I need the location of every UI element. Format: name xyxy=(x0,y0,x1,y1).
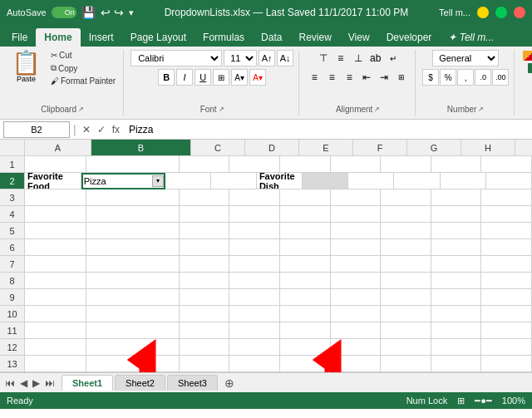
font-color-btn[interactable]: A▾ xyxy=(249,69,266,86)
cell-e2[interactable] xyxy=(303,173,348,189)
tab-home[interactable]: Home xyxy=(36,28,80,47)
percent-btn[interactable]: % xyxy=(440,69,456,86)
cell-a2[interactable]: Favorite Food xyxy=(25,173,81,189)
sheet-nav-prev[interactable]: ◀ xyxy=(18,377,29,389)
sheet-tab-1[interactable]: Sheet1 xyxy=(62,375,113,391)
underline-btn[interactable]: U xyxy=(195,69,211,86)
tab-review[interactable]: Review xyxy=(290,28,339,47)
tell-me[interactable]: Tell m... xyxy=(439,7,470,17)
font-expand-icon[interactable]: ↗ xyxy=(219,106,224,113)
currency-btn[interactable]: $ xyxy=(422,69,439,86)
title-bar-left: AutoSave On 💾 ↩ ↪ ▾ xyxy=(7,6,134,19)
col-header-c[interactable]: C xyxy=(191,140,245,156)
confirm-formula-btn[interactable]: ✓ xyxy=(95,124,108,135)
font-decrease-btn[interactable]: A↓ xyxy=(277,50,293,66)
cell-c2[interactable] xyxy=(165,173,211,189)
cell-g2[interactable] xyxy=(394,173,440,189)
cell-b1[interactable] xyxy=(86,156,179,173)
autosave-toggle[interactable]: On xyxy=(52,7,76,18)
format-painter-btn[interactable]: 🖌Format Painter xyxy=(48,76,118,86)
col-header-b[interactable]: B xyxy=(91,140,191,156)
cut-btn[interactable]: ✂Cut xyxy=(48,50,118,61)
align-center-btn[interactable]: ≡ xyxy=(323,69,340,86)
cell-i2[interactable] xyxy=(486,173,532,189)
font-size-select[interactable]: 11 xyxy=(224,50,257,66)
decrease-indent-btn[interactable]: ⇤ xyxy=(358,69,375,86)
col-header-e[interactable]: E xyxy=(299,140,353,156)
add-sheet-btn[interactable]: ⊕ xyxy=(219,375,239,391)
dropdown-arrow-b2[interactable]: ▾ xyxy=(152,175,164,187)
close-btn[interactable] xyxy=(514,7,525,18)
tab-file[interactable]: File xyxy=(3,28,36,47)
cell-d2[interactable] xyxy=(211,173,257,189)
copy-btn[interactable]: ⧉Copy xyxy=(48,62,118,74)
col-header-g[interactable]: G xyxy=(407,140,461,156)
fill-color-btn[interactable]: A▾ xyxy=(231,69,248,86)
maximize-btn[interactable] xyxy=(495,7,507,18)
cell-c1[interactable] xyxy=(180,156,230,173)
sheet-nav-last[interactable]: ⏭ xyxy=(43,377,57,389)
italic-btn[interactable]: I xyxy=(176,69,193,86)
cell-a1[interactable] xyxy=(25,156,86,173)
tab-data[interactable]: Data xyxy=(253,28,290,47)
decrease-decimal-btn[interactable]: .0 xyxy=(475,69,491,86)
align-middle-btn[interactable]: ≡ xyxy=(332,50,349,66)
col-header-d[interactable]: D xyxy=(245,140,299,156)
align-bottom-btn[interactable]: ⊥ xyxy=(350,50,367,66)
sheet-nav-first[interactable]: ⏮ xyxy=(3,377,17,389)
alignment-expand-icon[interactable]: ↗ xyxy=(374,106,380,113)
bold-btn[interactable]: B xyxy=(158,69,175,86)
table-row: 9 xyxy=(0,289,532,306)
tab-formulas[interactable]: Formulas xyxy=(195,28,253,47)
cancel-formula-btn[interactable]: ✕ xyxy=(80,124,93,135)
border-btn[interactable]: ⊞ xyxy=(213,69,229,86)
cell-f1[interactable] xyxy=(331,156,382,173)
number-expand-icon[interactable]: ↗ xyxy=(478,106,484,113)
align-right-btn[interactable]: ≡ xyxy=(341,69,357,86)
conditional-format-btn[interactable]: Conditional Forme xyxy=(521,50,532,61)
tab-developer[interactable]: Developer xyxy=(378,28,441,47)
col-header-f[interactable]: F xyxy=(353,140,407,156)
cell-e1[interactable] xyxy=(280,156,331,173)
tab-insert[interactable]: Insert xyxy=(81,28,122,47)
sheet-tab-2[interactable]: Sheet2 xyxy=(115,375,165,391)
align-left-btn[interactable]: ≡ xyxy=(306,69,323,86)
tab-page-layout[interactable]: Page Layout xyxy=(122,28,195,47)
cell-h1[interactable] xyxy=(431,156,482,173)
paste-btn[interactable]: 📋 Paste xyxy=(7,50,46,85)
cell-f2[interactable] xyxy=(348,173,394,189)
name-box[interactable] xyxy=(3,121,70,138)
cell-g1[interactable] xyxy=(381,156,431,173)
wrap-text-btn[interactable]: ↵ xyxy=(385,50,401,66)
tab-tell-me[interactable]: ✦ Tell m... xyxy=(440,28,502,47)
cell-i1[interactable] xyxy=(481,156,532,173)
font-name-select[interactable]: Calibri xyxy=(131,50,222,66)
comma-btn[interactable]: , xyxy=(457,69,474,86)
cell-d1[interactable] xyxy=(229,156,280,173)
formula-input[interactable] xyxy=(126,124,529,135)
text-angle-btn[interactable]: ab xyxy=(367,50,384,66)
zoom-slider[interactable]: ━●━ xyxy=(475,396,492,406)
save-icon[interactable]: 💾 xyxy=(81,6,96,19)
clipboard-expand-icon[interactable]: ↗ xyxy=(78,106,84,113)
merge-center-btn[interactable]: ⊞ xyxy=(393,69,410,86)
increase-indent-btn[interactable]: ⇥ xyxy=(376,69,392,86)
redo-btn[interactable]: ↪ xyxy=(114,6,124,19)
cell-b2[interactable]: Pizza ▾ xyxy=(81,173,165,189)
tab-view[interactable]: View xyxy=(340,28,378,47)
insert-function-btn[interactable]: fx xyxy=(110,124,122,135)
format-as-table-btn[interactable]: Format as Table xyxy=(526,62,532,74)
cell-d2-label[interactable]: Favorite Dish xyxy=(257,173,303,189)
col-header-i[interactable]: I xyxy=(515,140,532,156)
font-increase-btn[interactable]: A↑ xyxy=(259,50,275,66)
undo-btn[interactable]: ↩ xyxy=(101,6,111,19)
cell-h2[interactable] xyxy=(441,173,486,189)
sheet-tab-3[interactable]: Sheet3 xyxy=(167,375,218,391)
increase-decimal-btn[interactable]: .00 xyxy=(492,69,509,86)
sheet-nav-next[interactable]: ▶ xyxy=(31,377,42,389)
col-header-a[interactable]: A xyxy=(25,140,91,156)
col-header-h[interactable]: H xyxy=(461,140,515,156)
align-top-btn[interactable]: ⊤ xyxy=(315,50,332,66)
minimize-btn[interactable] xyxy=(477,7,489,18)
number-format-select[interactable]: General xyxy=(432,50,499,66)
